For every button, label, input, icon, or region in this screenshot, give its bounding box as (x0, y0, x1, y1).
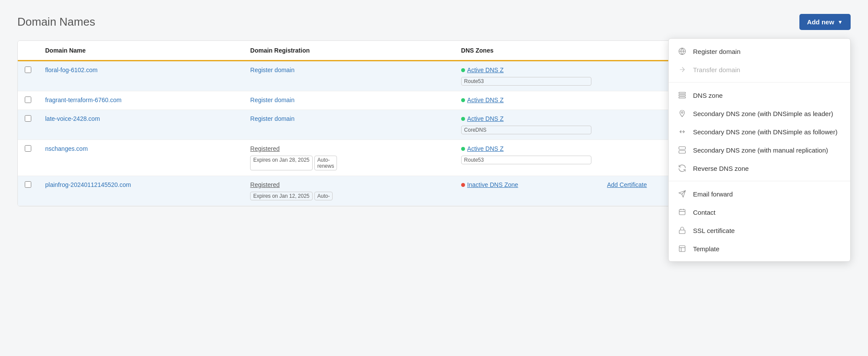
add-new-dropdown: Register domain Transfer domain DNS zone (668, 38, 851, 262)
svg-rect-9 (679, 210, 685, 215)
dns-zone-label: Active DNS Z (467, 96, 504, 103)
svg-point-4 (681, 112, 683, 113)
register-domain-link[interactable]: Register domain (250, 96, 294, 103)
dns-cell: Active DNS Z CoreDNS (454, 110, 600, 140)
dropdown-item-transfer-domain[interactable]: Transfer domain (669, 60, 850, 79)
dropdown-item-register-domain[interactable]: Register domain (669, 42, 850, 60)
row-checkbox[interactable] (25, 96, 31, 103)
dns-cell: Active DNS Z (454, 91, 600, 110)
col-dns-zones: DNS Zones (454, 41, 600, 61)
dropdown-section-dns: DNS zone Secondary DNS zone (with DNSimp… (669, 83, 850, 181)
col-registration: Domain Registration (243, 41, 454, 61)
col-checkbox (18, 41, 38, 61)
server-icon (677, 145, 687, 155)
dropdown-item-label: Register domain (693, 48, 740, 55)
dropdown-item-label: Email forward (693, 190, 733, 198)
dropdown-item-label: DNS zone (693, 92, 723, 99)
row-checkbox[interactable] (25, 181, 31, 188)
dropdown-item-contact[interactable]: Contact (669, 203, 850, 221)
expiry-badge: Expires on Jan 28, 2025 (250, 156, 312, 170)
dns-icon (677, 90, 687, 100)
dns-zone-label: Active DNS Z (467, 115, 504, 122)
dropdown-item-label: Secondary DNS zone (with manual replicat… (693, 146, 828, 154)
arrows-icon (677, 127, 687, 136)
domain-name-cell: nschanges.com (38, 140, 243, 176)
page-header: Domain Names Add new ▼ (17, 14, 851, 30)
registration-cell: Registered Expires on Jan 28, 2025 Auto-… (243, 140, 454, 176)
page-title: Domain Names (17, 15, 95, 29)
domain-name-cell: plainfrog-20240112145520.com (38, 176, 243, 206)
register-domain-link[interactable]: Register domain (250, 67, 294, 73)
domain-link[interactable]: floral-fog-6102.com (45, 67, 98, 73)
svg-rect-3 (679, 97, 686, 98)
dropdown-section-domain: Register domain Transfer domain (669, 39, 850, 83)
registered-label[interactable]: Registered (250, 181, 280, 188)
auto-renews-badge: Auto-renews (314, 156, 337, 170)
dns-provider-badge: Route53 (461, 156, 591, 164)
template-icon (677, 244, 687, 253)
domain-link[interactable]: plainfrog-20240112145520.com (45, 181, 131, 188)
add-new-button[interactable]: Add new ▼ (799, 14, 851, 30)
domain-link[interactable]: nschanges.com (45, 145, 88, 152)
dns-status-dot-red (461, 183, 465, 187)
row-checkbox-cell (18, 110, 38, 140)
dropdown-section-other: Email forward Contact SSL certificate Te… (669, 181, 850, 261)
row-checkbox-cell (18, 176, 38, 206)
domain-name-cell: floral-fog-6102.com (38, 61, 243, 91)
dropdown-item-template[interactable]: Template (669, 240, 850, 258)
svg-rect-6 (679, 151, 686, 153)
dropdown-item-reverse-dns[interactable]: Reverse DNS zone (669, 159, 850, 177)
row-checkbox-cell (18, 91, 38, 110)
dropdown-item-email-forward[interactable]: Email forward (669, 185, 850, 203)
domain-name-cell: fragrant-terraform-6760.com (38, 91, 243, 110)
dns-zone-label: Active DNS Z (467, 145, 504, 152)
expiry-badge: Expires on Jan 12, 2025 (250, 192, 312, 200)
registration-cell: Register domain (243, 61, 454, 91)
dropdown-item-label: Template (693, 245, 719, 253)
dropdown-item-label: Reverse DNS zone (693, 165, 749, 172)
row-checkbox[interactable] (25, 115, 31, 122)
email-icon (677, 189, 687, 199)
svg-rect-14 (679, 246, 685, 252)
dropdown-item-label: Secondary DNS zone (with DNSimple as lea… (693, 110, 833, 117)
domain-link[interactable]: late-voice-2428.com (45, 115, 100, 122)
dns-inactive-link[interactable]: Inactive DNS Zone (461, 181, 593, 188)
pin-icon (677, 109, 687, 118)
dropdown-item-ssl-cert[interactable]: SSL certificate (669, 221, 850, 240)
registration-cell: Registered Expires on Jan 12, 2025 Auto- (243, 176, 454, 206)
domain-link[interactable]: fragrant-terraform-6760.com (45, 96, 122, 103)
registration-cell: Register domain (243, 91, 454, 110)
dns-active-link[interactable]: Active DNS Z (461, 67, 593, 73)
dropdown-item-secondary-dns-manual[interactable]: Secondary DNS zone (with manual replicat… (669, 141, 850, 159)
domain-name-cell: late-voice-2428.com (38, 110, 243, 140)
dropdown-item-secondary-dns-leader[interactable]: Secondary DNS zone (with DNSimple as lea… (669, 104, 850, 123)
dns-status-dot-green (461, 98, 465, 102)
dropdown-item-dns-zone[interactable]: DNS zone (669, 86, 850, 104)
dropdown-item-label: Secondary DNS zone (with DNSimple as fol… (693, 128, 838, 136)
dns-active-link[interactable]: Active DNS Z (461, 145, 593, 152)
dns-active-link[interactable]: Active DNS Z (461, 115, 593, 122)
dns-active-link[interactable]: Active DNS Z (461, 96, 593, 103)
dns-status-dot-green (461, 117, 465, 121)
dns-zone-label: Inactive DNS Zone (467, 181, 518, 188)
lock-icon (677, 226, 687, 235)
dns-cell: Active DNS Z Route53 (454, 61, 600, 91)
register-domain-link[interactable]: Register domain (250, 115, 294, 122)
contact-icon (677, 207, 687, 217)
dns-status-dot-green (461, 147, 465, 151)
registered-label[interactable]: Registered (250, 145, 280, 152)
reverse-icon (677, 163, 687, 173)
row-checkbox[interactable] (25, 67, 31, 73)
dropdown-item-label: SSL certificate (693, 227, 735, 234)
dropdown-item-secondary-dns-follower[interactable]: Secondary DNS zone (with DNSimple as fol… (669, 123, 850, 141)
arrow-right-icon (677, 65, 687, 74)
chevron-down-icon: ▼ (838, 19, 843, 25)
globe-icon (677, 47, 687, 56)
dns-cell: Active DNS Z Route53 (454, 140, 600, 176)
dns-cell: Inactive DNS Zone (454, 176, 600, 206)
dns-provider-badge: Route53 (461, 77, 591, 86)
svg-rect-2 (679, 95, 686, 96)
add-certificate-link[interactable]: Add Certificate (607, 181, 647, 188)
row-checkbox[interactable] (25, 145, 31, 152)
page-wrapper: Domain Names Add new ▼ Domain Name Domai… (0, 0, 868, 356)
